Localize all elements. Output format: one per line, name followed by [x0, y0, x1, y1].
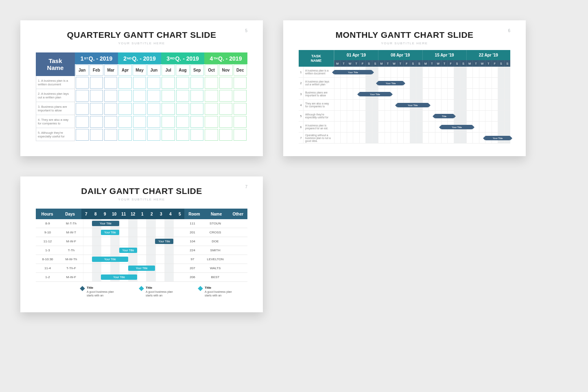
gantt-cell: [173, 246, 182, 255]
gantt-cell: [104, 90, 117, 102]
gantt-cell: [190, 90, 203, 102]
task-label: 4. They are also a way for companies to: [36, 115, 75, 128]
gantt-cell: [173, 228, 182, 237]
hour-header: 2: [147, 209, 156, 219]
gantt-cell: [403, 133, 409, 143]
gantt-cell: [435, 100, 441, 110]
gantt-cell: [466, 100, 472, 110]
gantt-cell: [104, 129, 117, 141]
day-header: M: [466, 60, 472, 67]
quarter-header: 4TH Q. - 2019: [204, 52, 247, 64]
gantt-cell: [128, 219, 137, 228]
legend-item: TitleA good business plan starts with an: [199, 286, 237, 298]
month-headers: JanFebMarAprMayJunJulAugSepOctNovDec: [75, 64, 247, 76]
gantt-bars-area: .db0::before{border-right-color:#2d6580}…: [83, 219, 182, 228]
quarter-header: 2ND Q. - 2019: [118, 52, 161, 64]
gantt-cell: [397, 89, 403, 99]
slide-daily: 7 DAILY GANTT CHART SLIDE YOUR SUBTITLE …: [20, 176, 263, 312]
gantt-cell: [492, 78, 498, 88]
daily-row: 1-2 M-W-F .db6::before{border-right-colo…: [36, 273, 247, 282]
month-header: Aug: [176, 65, 189, 76]
gantt-cell: [234, 77, 247, 89]
task-row: 3Business plans are important to allow: [299, 89, 334, 100]
gantt-cell: [234, 129, 247, 141]
gantt-cell: [83, 264, 92, 272]
gantt-cell: [466, 67, 472, 77]
month-header: May: [133, 65, 146, 76]
gantt-cell: [137, 246, 146, 255]
gantt-cell: [155, 219, 164, 228]
gantt-cell: [416, 111, 422, 121]
month-header: Feb: [90, 65, 103, 76]
gantt-cell: [498, 89, 504, 99]
gantt-cell: [347, 111, 353, 121]
gantt-cell: [498, 122, 504, 132]
gantt-cell: [460, 89, 466, 99]
task-label: Although they're especially useful for: [304, 111, 334, 121]
gantt-grid: Your Title: [334, 100, 510, 110]
task-name-header: TASK NAME: [299, 50, 334, 67]
task-number: 7: [299, 133, 304, 143]
cell-days: T-Th-F: [59, 264, 83, 272]
day-header: F: [359, 60, 365, 67]
gantt-cell: [155, 246, 164, 255]
hour-header: 8: [91, 209, 100, 219]
gantt-cell: [435, 89, 441, 99]
gantt-cell: [492, 89, 498, 99]
gantt-cell: [435, 67, 441, 77]
cell-name: DOE: [203, 237, 228, 246]
slide-subtitle: YOUR SUBTITLE HERE: [36, 41, 247, 45]
legend-item: TitleA good business plan starts with an: [140, 286, 178, 298]
gantt-cell: [155, 255, 164, 264]
month-header: Mar: [104, 65, 118, 76]
day-header: F: [447, 60, 453, 67]
gantt-cell: [485, 67, 491, 77]
gantt-cell: [479, 78, 485, 88]
header-other: Other: [229, 209, 247, 219]
gantt-cell: [485, 78, 491, 88]
cell-name: STOUN: [203, 219, 228, 228]
gantt-row: [75, 115, 247, 128]
gantt-cell: [397, 67, 403, 77]
gantt-cell: [162, 116, 175, 128]
gantt-cell: [410, 67, 416, 77]
gantt-cell: [441, 100, 447, 110]
gantt-cell: [365, 78, 372, 88]
gantt-cell: [485, 122, 491, 132]
gantt-cell: [385, 111, 391, 121]
gantt-cell: [492, 111, 498, 121]
gantt-cell: [372, 111, 378, 121]
gantt-bar: Your Title: [397, 103, 428, 107]
gantt-cell: [119, 228, 128, 237]
gantt-cell: [147, 116, 160, 128]
cell-other: [228, 237, 247, 246]
header-days: Days: [59, 209, 81, 219]
gantt-bar: Title: [435, 114, 453, 118]
gantt-cell: [504, 67, 510, 77]
gantt-cell: [340, 133, 346, 143]
header-name: Name: [204, 209, 229, 219]
gantt-cell: [479, 89, 485, 99]
gantt-cell: [466, 89, 472, 99]
gantt-cell: [385, 133, 391, 143]
gantt-cell: [422, 111, 428, 121]
gantt-cell: [460, 67, 466, 77]
gantt-cell: [76, 77, 89, 89]
gantt-cell: [347, 122, 353, 132]
legend-text: TitleA good business plan starts with an: [205, 286, 237, 298]
gantt-cell: [466, 111, 472, 121]
gantt-cell: [403, 111, 409, 121]
gantt-cell: [422, 78, 428, 88]
gantt-cell: [147, 90, 160, 102]
cell-days: T-Th: [59, 246, 83, 255]
gantt-cell: [428, 67, 435, 77]
gantt-cell: [435, 133, 441, 143]
hour-header: 12: [128, 209, 138, 219]
gantt-cell: [205, 116, 218, 128]
gantt-cell: [176, 103, 189, 115]
hour-header: 11: [119, 209, 128, 219]
gantt-cell: [118, 103, 131, 115]
gantt-cell: [83, 219, 92, 228]
gantt-cell: [498, 78, 504, 88]
gantt-cell: [83, 228, 92, 237]
